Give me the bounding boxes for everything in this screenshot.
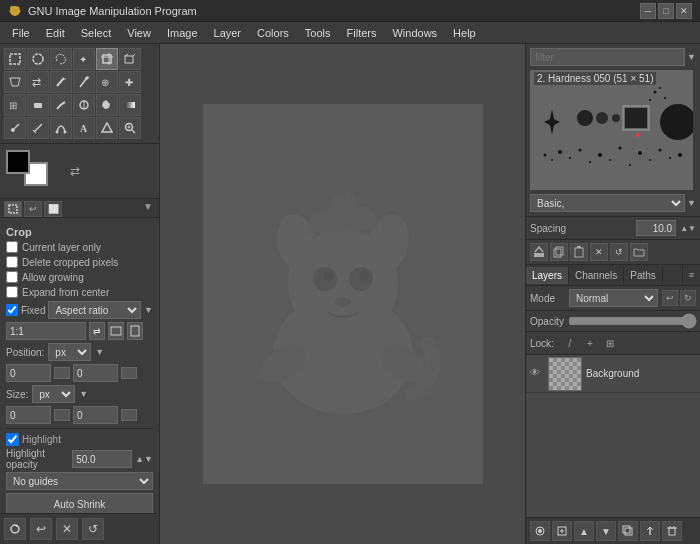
layer-new-from-visible-btn[interactable] (530, 521, 550, 541)
tool-undo-button[interactable]: ↩ (30, 518, 52, 540)
tool-restore-button[interactable]: ↺ (82, 518, 104, 540)
layer-lower-btn[interactable]: ▼ (596, 521, 616, 541)
tool-reset-button[interactable] (4, 518, 26, 540)
tool-measure[interactable] (27, 117, 49, 139)
tool-colorpicker2[interactable] (96, 117, 118, 139)
position-x-input[interactable] (6, 364, 51, 382)
size-h-spin[interactable] (121, 409, 137, 421)
tab-layers[interactable]: Layers (526, 267, 569, 284)
layer-anchor-btn[interactable] (640, 521, 660, 541)
auto-shrink-button[interactable]: Auto Shrink (6, 493, 153, 513)
layer-item[interactable]: 👁 Background (526, 355, 700, 393)
size-unit-select[interactable]: px mm (32, 385, 75, 403)
brush-set-select[interactable]: Basic, Bristles Clipboard (530, 194, 685, 212)
current-layer-checkbox[interactable] (6, 241, 18, 253)
tool-eraser[interactable] (27, 94, 49, 116)
tab-channels[interactable]: Channels (569, 267, 624, 284)
menu-image[interactable]: Image (159, 23, 206, 43)
brush-edit-icon[interactable] (530, 243, 548, 261)
brush-filter-input[interactable] (530, 48, 685, 66)
layer-new-btn[interactable] (552, 521, 572, 541)
canvas-area[interactable] (160, 44, 525, 544)
tool-tab-menu[interactable]: ▼ (141, 201, 155, 217)
menu-windows[interactable]: Windows (384, 23, 445, 43)
tab-paths[interactable]: Paths (624, 267, 663, 284)
tool-perspective[interactable] (4, 71, 26, 93)
menu-filters[interactable]: Filters (339, 23, 385, 43)
guides-select[interactable]: No guides Rule of thirds Golden sections (6, 472, 153, 490)
swap-colors-icon[interactable]: ⇄ (70, 164, 80, 178)
mode-prev-btn[interactable]: ↩ (662, 290, 678, 306)
layer-raise-btn[interactable]: ▲ (574, 521, 594, 541)
menu-colors[interactable]: Colors (249, 23, 297, 43)
tool-rect-select[interactable] (4, 48, 26, 70)
tool-crop[interactable] (96, 48, 118, 70)
expand-center-checkbox[interactable] (6, 286, 18, 298)
ratio-landscape-btn[interactable] (108, 322, 124, 340)
menu-layer[interactable]: Layer (206, 23, 250, 43)
tool-perspective-clone[interactable]: ⊞ (4, 94, 26, 116)
brush-set-dropdown[interactable]: ▼ (687, 198, 696, 208)
tool-path[interactable] (50, 117, 72, 139)
tool-delete-button[interactable]: ✕ (56, 518, 78, 540)
ratio-portrait-btn[interactable] (127, 322, 143, 340)
mode-select[interactable]: Normal Dissolve Multiply Screen (569, 289, 658, 307)
foreground-color-swatch[interactable] (6, 150, 30, 174)
position-y-input[interactable] (73, 364, 118, 382)
position-unit-select[interactable]: px mm (48, 343, 91, 361)
delete-cropped-checkbox[interactable] (6, 256, 18, 268)
tool-options-tab[interactable] (4, 201, 22, 217)
menu-help[interactable]: Help (445, 23, 484, 43)
layer-delete-btn[interactable] (662, 521, 682, 541)
tool-free-select[interactable] (50, 48, 72, 70)
tool-pencil[interactable] (50, 71, 72, 93)
brush-refresh-icon[interactable]: ↺ (610, 243, 628, 261)
ratio-input[interactable]: 1:1 (6, 322, 86, 340)
tool-paintbrush[interactable] (73, 71, 95, 93)
tool-ellipse-select[interactable] (27, 48, 49, 70)
tool-heal[interactable]: ✚ (119, 71, 141, 93)
mode-next-btn[interactable]: ↻ (680, 290, 696, 306)
menu-file[interactable]: File (4, 23, 38, 43)
lock-move-btn[interactable]: + (582, 335, 598, 351)
menu-select[interactable]: Select (73, 23, 120, 43)
brush-filter-dropdown[interactable]: ▼ (687, 52, 696, 62)
brush-delete-icon[interactable]: ✕ (590, 243, 608, 261)
tool-fuzzy-select[interactable]: ✦ (73, 48, 95, 70)
opacity-slider[interactable] (568, 314, 697, 328)
brush-copy-icon[interactable] (550, 243, 568, 261)
position-unit-arrow[interactable]: ▼ (95, 347, 104, 357)
brush-folder-icon[interactable] (630, 243, 648, 261)
allow-growing-checkbox[interactable] (6, 271, 18, 283)
size-w-input[interactable] (6, 406, 51, 424)
tool-flip[interactable]: ⇄ (27, 71, 49, 93)
brush-paste-icon[interactable] (570, 243, 588, 261)
size-w-spin[interactable] (54, 409, 70, 421)
lock-all-btn[interactable]: ⊞ (602, 335, 618, 351)
highlight-opacity-input[interactable]: 50.0 (72, 450, 132, 468)
tool-history-tab[interactable]: ↩ (24, 201, 42, 217)
tool-devices-tab[interactable]: ⬜ (44, 201, 62, 217)
minimize-button[interactable]: ─ (640, 3, 656, 19)
fixed-checkbox[interactable] (6, 304, 18, 316)
tool-transform[interactable] (119, 48, 141, 70)
ratio-swap-btn[interactable]: ⇄ (89, 322, 105, 340)
size-h-input[interactable] (73, 406, 118, 424)
tool-clone[interactable]: ⊕ (96, 71, 118, 93)
close-button[interactable]: ✕ (676, 3, 692, 19)
tool-dodge-burn[interactable] (73, 94, 95, 116)
tool-smudge[interactable] (50, 94, 72, 116)
position-y-spin[interactable] (121, 367, 137, 379)
position-x-spin[interactable] (54, 367, 70, 379)
menu-view[interactable]: View (119, 23, 159, 43)
aspect-dropdown-icon[interactable]: ▼ (144, 305, 153, 315)
maximize-button[interactable]: □ (658, 3, 674, 19)
layers-config-btn[interactable]: ≡ (682, 265, 700, 285)
tool-blend[interactable] (119, 94, 141, 116)
aspect-ratio-select[interactable]: Aspect ratio Size Width Height (48, 301, 141, 319)
highlight-checkbox[interactable] (6, 433, 19, 446)
tool-text[interactable]: A (73, 117, 95, 139)
menu-edit[interactable]: Edit (38, 23, 73, 43)
menu-tools[interactable]: Tools (297, 23, 339, 43)
lock-paint-btn[interactable]: / (562, 335, 578, 351)
